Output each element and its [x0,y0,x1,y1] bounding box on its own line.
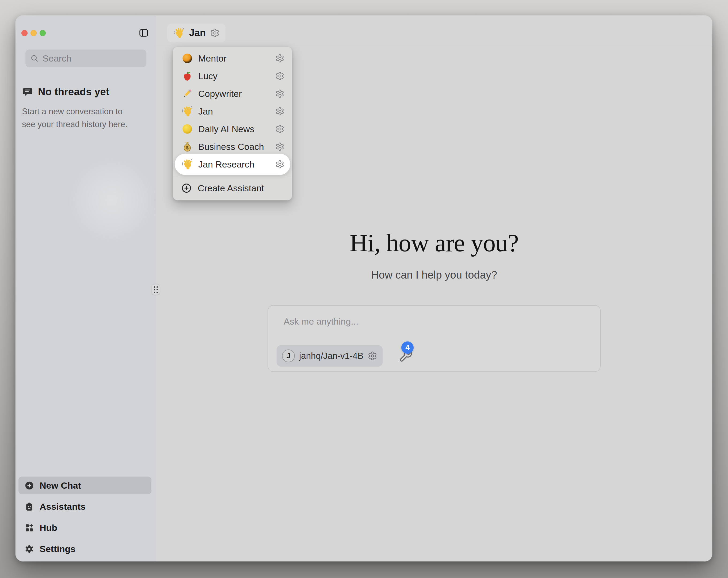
orange-circle-icon [181,52,193,65]
empty-state-description: Start a new conversation to see your thr… [22,105,137,131]
gear-icon[interactable] [275,71,284,80]
gear-icon[interactable] [275,107,284,116]
threads-empty-state: No threads yet Start a new conversation … [22,86,145,131]
assistant-settings-gear-icon[interactable] [210,28,220,38]
new-chat-button[interactable]: New Chat [19,477,151,494]
model-name: janhq/Jan-v1-4B [299,351,363,361]
greeting-subtitle: How can I help you today? [156,269,712,281]
sidebar-item-assistants[interactable]: Assistants [19,498,151,516]
model-selector-button[interactable]: J janhq/Jan-v1-4B [277,345,383,367]
nav-label: Settings [40,544,75,554]
window-controls [21,30,46,36]
menu-item-business-coach[interactable]: $ Business Coach [173,138,292,155]
chat-bubble-icon [22,86,33,98]
menu-item-jan-research-selected[interactable]: Jan Research [175,154,290,175]
gear-icon[interactable] [275,89,284,98]
main-panel: Jan Mentor Lucy [156,16,712,561]
decorative-blur-blob [67,155,157,246]
sidebar: No threads yet Start a new conversation … [16,16,156,561]
gear-icon[interactable] [275,124,284,133]
greeting: Hi, how are you? How can I help you toda… [156,228,712,281]
gear-icon[interactable] [275,160,284,169]
sidebar-nav: New Chat Assistants H [19,477,151,558]
nav-label: Hub [40,523,57,533]
search-input[interactable] [43,53,161,64]
assistant-selector-button[interactable]: Jan [167,24,226,42]
menu-item-lucy[interactable]: Lucy [173,67,292,85]
nav-label: Assistants [40,501,86,512]
main-header [156,16,712,46]
nav-label: New Chat [40,480,81,491]
gear-icon[interactable] [275,142,284,151]
sidebar-item-settings[interactable]: Settings [19,540,151,558]
search-icon [30,54,39,62]
sidebar-item-hub[interactable]: Hub [19,519,151,536]
waving-hand-icon [181,105,193,118]
composer-card: J janhq/Jan-v1-4B 4 [267,305,601,372]
yellow-circle-icon [181,123,193,135]
greeting-title: Hi, how are you? [156,228,712,257]
model-provider-badge: J [282,350,295,362]
menu-item-copywriter[interactable]: Copywriter [173,85,292,102]
waving-hand-icon [181,158,193,171]
assistant-robot-icon [24,502,34,512]
close-button[interactable] [21,30,28,36]
gear-filled-icon [24,544,34,554]
waving-hand-icon [173,27,185,39]
menu-item-mentor[interactable]: Mentor [173,50,292,67]
gear-icon[interactable] [275,54,284,63]
sidebar-toggle-icon[interactable] [138,28,149,38]
zoom-button[interactable] [40,30,46,36]
plus-circle-outline-icon [181,183,192,194]
app-window: No threads yet Start a new conversation … [16,16,712,561]
menu-item-jan[interactable]: Jan [173,102,292,120]
apple-icon [181,70,193,82]
message-input[interactable] [284,316,584,327]
current-assistant-name: Jan [189,27,206,39]
pencil-icon [181,87,193,100]
menu-item-daily-ai-news[interactable]: Daily AI News [173,120,292,138]
create-assistant-button[interactable]: Create Assistant [173,180,292,196]
model-settings-gear-icon[interactable] [368,351,377,361]
panel-resize-handle[interactable] [152,284,160,295]
svg-text:$: $ [186,145,188,150]
search-box[interactable] [25,50,146,67]
hub-squares-icon [24,523,34,533]
empty-state-title: No threads yet [38,86,109,98]
money-bag-icon: $ [181,141,193,153]
plus-circle-icon [24,481,34,491]
minimize-button[interactable] [30,30,37,36]
assistant-dropdown-menu: Mentor Lucy [173,47,292,200]
tools-count-badge: 4 [401,342,414,354]
